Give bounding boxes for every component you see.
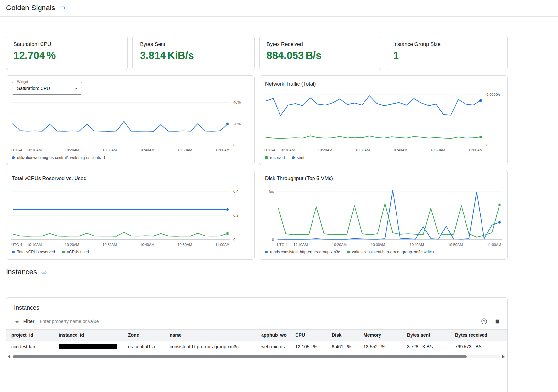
scorecard-instance-group-size[interactable]: Instance Group Size 1	[386, 36, 508, 70]
filter-label: Filter	[23, 319, 34, 324]
legend-label: utilizationweb-mig-us-central1 web-mig-u…	[17, 155, 106, 160]
view-columns-icon	[495, 319, 500, 324]
column-display-options-button[interactable]	[493, 317, 501, 326]
column-header-project-id[interactable]: project_id	[6, 330, 54, 341]
scroll-right-arrow-icon[interactable]	[502, 355, 505, 358]
chart-card-total-vcpus: Total vCPUs Reserved vs. Used UTC-410:10…	[6, 170, 255, 260]
legend-item[interactable]: vCPUs used	[62, 250, 89, 254]
scorecard-label: Bytes Received	[267, 42, 374, 47]
scorecard-bytes-received[interactable]: Bytes Received 884.053B/s	[259, 36, 381, 70]
total-vcpus-chart[interactable]	[11, 185, 230, 241]
column-header-bytes-sent[interactable]: Bytes sent	[402, 330, 450, 341]
legend-label: Total vCPUs reserved	[17, 250, 55, 254]
cell-disk: 6.461%	[327, 341, 358, 352]
column-header-apphub-workload[interactable]: apphub_wo	[256, 330, 290, 341]
widget-select-value: Saturation: CPU	[17, 86, 73, 91]
cell-zone: us-central1-a	[123, 341, 164, 352]
x-axis-labels: UTC-410:10AM10:20AM10:30AM10:40AM10:50AM…	[11, 146, 230, 153]
instances-table-card: Instances Filter ?	[6, 297, 508, 392]
charts-grid: Widget Saturation: CPU UTC-410:10AM10:20…	[6, 75, 508, 260]
legend-item[interactable]: received	[265, 155, 285, 160]
scorecards-row: Saturation: CPU 12.704% Bytes Sent 3.814…	[6, 36, 508, 70]
dashboard-content: Saturation: CPU 12.704% Bytes Sent 3.814…	[0, 36, 508, 392]
chart-card-network-traffic: Network Traffic (Total) UTC-410:10AM10:2…	[259, 75, 508, 165]
y-axis-labels: 5,000B/s0	[483, 91, 502, 153]
table-row[interactable]: cco-test-lab us-central1-a consistent-ht…	[6, 341, 507, 352]
legend-item[interactable]: reads consistent-http-errors-group-xm3c	[265, 250, 340, 254]
chart-title: Network Traffic (Total)	[265, 80, 502, 88]
help-icon: ?	[481, 318, 487, 325]
chart-card-saturation-cpu: Widget Saturation: CPU UTC-410:10AM10:20…	[6, 75, 255, 165]
scorecard-label: Bytes Sent	[140, 42, 247, 47]
y-axis-labels: 40%20%0	[230, 97, 249, 153]
instances-section-header: Instances	[6, 264, 508, 281]
chart-title: Disk Throughput (Top 5 VMs)	[265, 175, 502, 182]
scorecard-label: Saturation: CPU	[13, 42, 120, 47]
network-traffic-chart[interactable]	[264, 91, 483, 146]
legend-label: sent	[297, 155, 304, 160]
golden-signals-link-button[interactable]	[59, 4, 66, 12]
column-header-name[interactable]: name	[164, 330, 256, 341]
column-header-disk[interactable]: Disk	[327, 330, 358, 341]
x-axis-labels: UTC-410:10AM10:20AM10:30AM10:40AM10:50AM…	[11, 241, 230, 247]
column-header-memory[interactable]: Memory	[358, 330, 402, 341]
y-axis-labels: 5/s0	[264, 185, 277, 247]
series-marker-icon	[12, 156, 15, 159]
page-title: Golden Signals	[6, 4, 55, 12]
y-axis-labels: 0.40.20	[230, 185, 249, 247]
widget-select[interactable]: Widget Saturation: CPU	[12, 82, 82, 95]
chart-legend: utilizationweb-mig-us-central1 web-mig-u…	[11, 153, 249, 162]
legend-label: writes consistent-http-errors-group-xm3c…	[352, 250, 434, 254]
chart-card-disk-throughput: Disk Throughput (Top 5 VMs) 5/s0 UTC-410…	[259, 170, 508, 260]
instances-section-title: Instances	[6, 268, 37, 276]
chart-legend: Total vCPUs reserved vCPUs used	[11, 247, 249, 257]
scorecard-value: 1	[393, 50, 500, 61]
series-marker-icon	[347, 251, 350, 253]
scrollbar-track[interactable]	[12, 355, 500, 358]
saturation-cpu-chart[interactable]	[11, 97, 230, 146]
golden-signals-section-header: Golden Signals	[0, 0, 558, 17]
cell-bytes-received: 799.573B/s	[450, 341, 507, 352]
scorecard-saturation-cpu[interactable]: Saturation: CPU 12.704%	[6, 36, 128, 70]
cell-project-id: cco-test-lab	[6, 341, 54, 352]
series-marker-icon	[292, 156, 295, 159]
help-button[interactable]: ?	[480, 317, 489, 326]
column-header-zone[interactable]: Zone	[123, 330, 164, 341]
filter-icon	[14, 318, 20, 324]
legend-label: vCPUs used	[67, 250, 89, 254]
chart-legend: reads consistent-http-errors-group-xm3c …	[264, 247, 502, 257]
filter-toolbar: Filter ?	[6, 315, 507, 329]
cell-bytes-sent: 3.728KiB/s	[402, 341, 450, 352]
scorecard-bytes-sent[interactable]: Bytes Sent 3.814KiB/s	[132, 36, 254, 70]
link-icon	[41, 269, 47, 275]
legend-item[interactable]: writes consistent-http-errors-group-xm3c…	[347, 250, 434, 254]
filter-input[interactable]	[40, 319, 475, 324]
cell-cpu: 12.105%	[290, 341, 327, 352]
legend-item[interactable]: sent	[292, 155, 304, 160]
svg-text:?: ?	[483, 319, 485, 323]
column-header-bytes-received[interactable]: Bytes received	[450, 330, 507, 341]
scorecard-value: 884.053B/s	[267, 50, 374, 61]
legend-item[interactable]: Total vCPUs reserved	[12, 250, 55, 254]
instances-link-button[interactable]	[40, 268, 48, 276]
link-icon	[59, 5, 66, 11]
scrollbar-thumb[interactable]	[13, 355, 467, 358]
cell-instance-id	[54, 341, 123, 352]
legend-label: reads consistent-http-errors-group-xm3c	[270, 250, 340, 254]
scorecard-value: 3.814KiB/s	[140, 50, 247, 61]
table-title: Instances	[6, 298, 507, 315]
widget-select-label: Widget	[16, 80, 29, 84]
instances-table: project_id instance_id Zone name apphub_…	[6, 329, 507, 352]
column-header-cpu[interactable]: CPU	[290, 330, 327, 341]
horizontal-scrollbar[interactable]	[6, 352, 507, 358]
cell-name: consistent-http-errors-group-xm3c	[164, 341, 256, 352]
disk-throughput-chart[interactable]	[277, 185, 502, 241]
redacted-instance-id	[59, 344, 117, 349]
scroll-left-arrow-icon[interactable]	[8, 355, 10, 358]
scorecard-label: Instance Group Size	[393, 42, 500, 47]
legend-item[interactable]: utilizationweb-mig-us-central1 web-mig-u…	[12, 155, 106, 160]
chart-title: Total vCPUs Reserved vs. Used	[12, 175, 249, 182]
chart-legend: received sent	[264, 153, 502, 162]
column-header-instance-id[interactable]: instance_id	[54, 330, 123, 341]
legend-label: received	[270, 155, 285, 160]
